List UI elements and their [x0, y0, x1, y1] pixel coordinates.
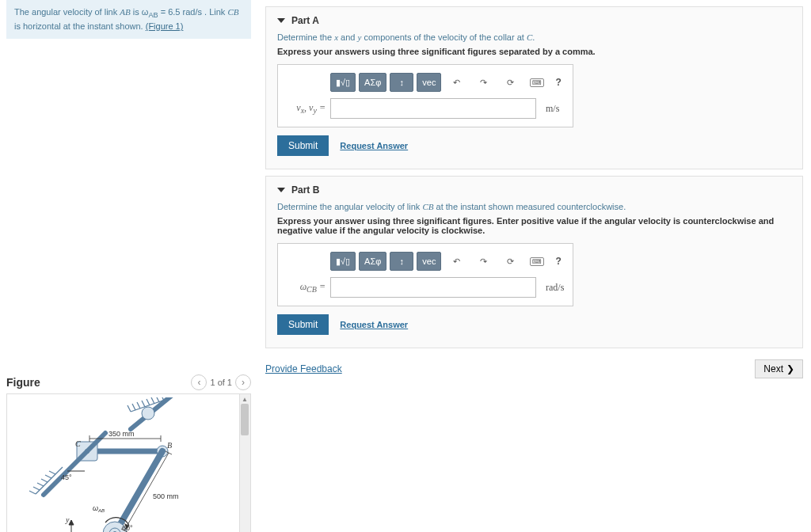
problem-unit: rad/s [183, 7, 202, 17]
figure-scrollbar[interactable]: ▲ ▼ [239, 394, 250, 532]
greek-button[interactable]: ΑΣφ [359, 73, 386, 92]
undo-button[interactable]: ↶ [444, 252, 468, 271]
scroll-thumb[interactable] [241, 404, 249, 435]
greek-button[interactable]: ΑΣφ [359, 252, 386, 271]
part-b-format: Express your answer using three signific… [277, 216, 791, 235]
next-label: Next [763, 363, 783, 374]
part-a-unit: m/s [546, 103, 559, 115]
link-cb: CB [227, 7, 238, 17]
part-b-toolbar: ▮√▯ ΑΣφ ↕ vec ↶ ↷ ⟳ ⌨ ? [330, 252, 565, 271]
chevron-left-icon: ‹ [197, 377, 200, 388]
svg-line-3 [137, 402, 140, 408]
keyboard-icon: ⌨ [530, 257, 544, 266]
redo-button[interactable]: ↷ [471, 252, 495, 271]
redo-icon: ↷ [480, 256, 487, 267]
svg-line-1 [128, 405, 131, 412]
svg-line-5 [147, 399, 150, 405]
label-omega: ωAB [93, 504, 105, 513]
figure-pager: ‹ 1 of 1 › [191, 374, 251, 390]
chevron-right-icon: › [242, 377, 245, 388]
label-C: C [75, 439, 81, 448]
part-b-var-label: ωCB = [286, 281, 326, 294]
next-button[interactable]: Next ❯ [755, 359, 803, 378]
part-b-answer-box: ▮√▯ ΑΣφ ↕ vec ↶ ↷ ⟳ ⌨ ? ωCB = rad/s [277, 243, 573, 306]
scroll-up-icon[interactable]: ▲ [239, 394, 250, 404]
svg-line-11 [33, 487, 40, 490]
svg-marker-39 [69, 520, 74, 525]
part-a-instruction: Determine the x and y components of the … [277, 32, 791, 42]
reset-button[interactable]: ⟳ [498, 252, 522, 271]
help-button[interactable]: ? [552, 77, 564, 88]
chevron-right-icon: ❯ [786, 363, 794, 374]
figure-prev-button[interactable]: ‹ [191, 374, 207, 390]
dim-350: 350 mm [109, 430, 135, 438]
svg-line-2 [132, 404, 135, 410]
figure-title: Figure [6, 376, 40, 389]
part-a-block: Part A Determine the x and y components … [265, 6, 803, 169]
svg-line-10 [29, 491, 36, 494]
part-b-header[interactable]: Part B [277, 184, 791, 196]
problem-text-pre: The angular velocity of link [14, 7, 120, 17]
part-a-format: Express your answers using three signifi… [277, 47, 791, 56]
label-y: y [65, 515, 70, 524]
part-a-header[interactable]: Part A [277, 15, 791, 26]
figure-next-button[interactable]: › [235, 374, 251, 390]
subsup-button[interactable]: ↕ [390, 252, 413, 271]
part-b-request-answer-link[interactable]: Request Answer [340, 320, 408, 329]
svg-line-12 [37, 483, 44, 486]
reset-button[interactable]: ⟳ [498, 73, 522, 92]
svg-line-4 [142, 401, 145, 407]
part-b-title: Part B [291, 184, 319, 196]
caret-down-icon [277, 18, 285, 23]
sub-ab: AB [148, 11, 158, 19]
figure-viewport: B C A x y 350 mm 500 mm 45° 60° ωAB [6, 393, 251, 532]
templates-button[interactable]: ▮√▯ [330, 73, 356, 92]
label-B: B [167, 441, 172, 450]
problem-text-mid1: is ω [131, 7, 149, 17]
reset-icon: ⟳ [507, 256, 514, 267]
svg-point-17 [142, 407, 154, 420]
vec-button[interactable]: vec [417, 73, 441, 92]
problem-text-post: is horizontal at the instant shown. [14, 21, 146, 31]
svg-line-23 [44, 433, 105, 495]
part-b-answer-input[interactable] [330, 277, 536, 298]
part-a-title: Part A [291, 15, 319, 26]
subsup-button[interactable]: ↕ [390, 73, 413, 92]
part-a-toolbar: ▮√▯ ΑΣφ ↕ vec ↶ ↷ ⟳ ⌨ ? [330, 73, 565, 92]
part-a-var-label: vx, vy = [286, 102, 326, 115]
part-b-block: Part B Determine the angular velocity of… [265, 176, 803, 348]
svg-line-43 [124, 453, 169, 530]
keyboard-icon: ⌨ [530, 78, 544, 87]
problem-text-mid3: . Link [202, 7, 227, 17]
undo-icon: ↶ [453, 78, 460, 88]
part-a-answer-box: ▮√▯ ΑΣφ ↕ vec ↶ ↷ ⟳ ⌨ ? vx, vy = m/s [277, 64, 573, 127]
help-button[interactable]: ? [552, 256, 564, 267]
templates-button[interactable]: ▮√▯ [330, 252, 356, 271]
part-a-submit-button[interactable]: Submit [277, 135, 329, 156]
svg-line-14 [45, 475, 51, 478]
dim-500: 500 mm [153, 492, 179, 500]
svg-line-6 [151, 397, 154, 404]
mechanism-diagram: B C A x y 350 mm 500 mm 45° 60° ωAB [7, 394, 250, 532]
keyboard-button[interactable]: ⌨ [525, 252, 549, 271]
undo-icon: ↶ [453, 256, 460, 267]
redo-icon: ↷ [480, 78, 487, 88]
vec-button[interactable]: vec [417, 252, 441, 271]
provide-feedback-link[interactable]: Provide Feedback [265, 363, 342, 374]
problem-text-mid2: = 6.5 [158, 7, 183, 17]
svg-line-13 [41, 479, 48, 482]
figure-page-indicator: 1 of 1 [210, 378, 232, 387]
reset-icon: ⟳ [507, 78, 514, 88]
part-b-submit-button[interactable]: Submit [277, 314, 329, 335]
problem-statement: The angular velocity of link AB is ωAB =… [6, 0, 251, 39]
caret-down-icon [277, 188, 285, 192]
svg-line-24 [115, 451, 162, 532]
undo-button[interactable]: ↶ [444, 73, 468, 92]
keyboard-button[interactable]: ⌨ [525, 73, 549, 92]
part-a-request-answer-link[interactable]: Request Answer [340, 141, 408, 150]
redo-button[interactable]: ↷ [471, 73, 495, 92]
part-b-unit: rad/s [546, 282, 564, 294]
figure-link[interactable]: (Figure 1) [146, 21, 184, 31]
link-ab: AB [120, 7, 130, 17]
part-a-answer-input[interactable] [330, 98, 536, 119]
